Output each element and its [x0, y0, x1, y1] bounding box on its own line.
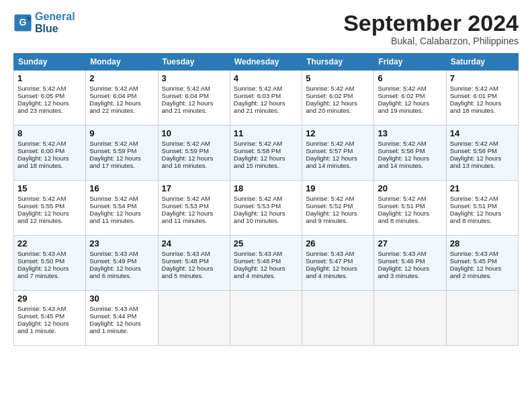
day-info: Sunrise: 5:42 AM — [162, 140, 226, 147]
day-number: 26 — [306, 238, 370, 248]
table-cell — [374, 291, 446, 346]
table-cell: 16Sunrise: 5:42 AMSunset: 5:54 PMDayligh… — [86, 181, 158, 236]
calendar-row: 1Sunrise: 5:42 AMSunset: 6:05 PMDaylight… — [14, 71, 519, 126]
day-info: Daylight: 12 hours — [89, 154, 154, 162]
day-info: Sunrise: 5:43 AM — [234, 250, 298, 257]
day-info: Daylight: 12 hours — [450, 265, 515, 272]
table-cell: 20Sunrise: 5:42 AMSunset: 5:51 PMDayligh… — [374, 181, 446, 236]
day-number: 6 — [378, 73, 442, 83]
day-info: Sunset: 5:51 PM — [378, 202, 442, 210]
day-info: and 11 minutes. — [162, 217, 226, 224]
day-number: 15 — [17, 183, 82, 193]
day-info: Sunrise: 5:43 AM — [17, 250, 82, 257]
table-cell: 24Sunrise: 5:43 AMSunset: 5:48 PMDayligh… — [158, 236, 230, 291]
calendar-row: 15Sunrise: 5:42 AMSunset: 5:55 PMDayligh… — [14, 181, 519, 236]
day-number: 19 — [306, 183, 370, 193]
page: G General Blue September 2024 Bukal, Cal… — [0, 0, 532, 411]
logo-icon: G — [13, 13, 32, 32]
table-cell: 5Sunrise: 5:42 AMSunset: 6:02 PMDaylight… — [302, 71, 374, 126]
logo-text: General Blue — [35, 11, 75, 34]
day-info: Sunset: 6:04 PM — [162, 92, 226, 99]
day-info: Daylight: 12 hours — [450, 154, 515, 162]
logo: G General Blue — [13, 11, 75, 34]
day-number: 8 — [17, 128, 82, 138]
day-info: Sunrise: 5:42 AM — [450, 140, 515, 147]
day-info: and 3 minutes. — [378, 272, 442, 279]
col-sunday: Sunday — [14, 54, 86, 71]
day-info: Sunset: 6:03 PM — [234, 92, 298, 99]
day-info: Daylight: 12 hours — [17, 154, 82, 162]
day-info: Daylight: 12 hours — [89, 99, 154, 107]
day-info: Daylight: 12 hours — [234, 99, 298, 107]
day-number: 2 — [89, 73, 154, 83]
day-info: Daylight: 12 hours — [17, 320, 82, 327]
day-info: Sunrise: 5:42 AM — [378, 85, 442, 92]
day-info: and 18 minutes. — [450, 107, 515, 114]
svg-text:G: G — [19, 17, 27, 28]
day-info: Sunrise: 5:42 AM — [306, 195, 370, 202]
day-info: and 1 minute. — [89, 327, 154, 334]
day-info: Sunset: 5:45 PM — [17, 312, 82, 320]
day-info: Sunrise: 5:43 AM — [306, 250, 370, 257]
table-cell: 26Sunrise: 5:43 AMSunset: 5:47 PMDayligh… — [302, 236, 374, 291]
table-cell: 29Sunrise: 5:43 AMSunset: 5:45 PMDayligh… — [14, 291, 86, 346]
day-info: Sunrise: 5:42 AM — [17, 140, 82, 147]
day-info: Sunset: 6:01 PM — [450, 92, 515, 99]
day-info: Daylight: 12 hours — [306, 265, 370, 272]
day-info: and 20 minutes. — [306, 107, 370, 114]
table-cell: 23Sunrise: 5:43 AMSunset: 5:49 PMDayligh… — [86, 236, 158, 291]
table-cell: 8Sunrise: 5:42 AMSunset: 6:00 PMDaylight… — [14, 126, 86, 181]
day-info: Sunset: 5:45 PM — [450, 257, 515, 265]
table-cell: 25Sunrise: 5:43 AMSunset: 5:48 PMDayligh… — [230, 236, 302, 291]
day-info: and 8 minutes. — [378, 217, 442, 224]
header-row: Sunday Monday Tuesday Wednesday Thursday… — [14, 54, 519, 71]
day-number: 5 — [306, 73, 370, 83]
day-number: 9 — [89, 128, 154, 138]
day-info: Sunset: 5:56 PM — [450, 147, 515, 154]
day-info: Daylight: 12 hours — [450, 210, 515, 217]
table-cell: 13Sunrise: 5:42 AMSunset: 5:56 PMDayligh… — [374, 126, 446, 181]
day-info: Sunset: 6:05 PM — [17, 92, 82, 99]
day-info: Sunrise: 5:42 AM — [234, 85, 298, 92]
day-info: and 21 minutes. — [162, 107, 226, 114]
day-info: Sunrise: 5:42 AM — [378, 195, 442, 202]
day-info: Sunset: 5:53 PM — [234, 202, 298, 210]
day-info: Sunset: 6:02 PM — [306, 92, 370, 99]
calendar-row: 8Sunrise: 5:42 AMSunset: 6:00 PMDaylight… — [14, 126, 519, 181]
day-info: and 21 minutes. — [234, 107, 298, 114]
table-cell — [158, 291, 230, 346]
day-info: Daylight: 12 hours — [378, 210, 442, 217]
table-cell — [446, 291, 518, 346]
day-info: and 4 minutes. — [306, 272, 370, 279]
day-info: Sunrise: 5:43 AM — [89, 250, 154, 257]
header: G General Blue September 2024 Bukal, Cal… — [13, 11, 519, 46]
day-info: Sunset: 5:55 PM — [17, 202, 82, 210]
day-number: 22 — [17, 238, 82, 248]
day-number: 24 — [162, 238, 226, 248]
day-number: 28 — [450, 238, 515, 248]
table-cell: 27Sunrise: 5:43 AMSunset: 5:46 PMDayligh… — [374, 236, 446, 291]
day-info: Sunset: 5:59 PM — [162, 147, 226, 154]
calendar-table: Sunday Monday Tuesday Wednesday Thursday… — [13, 53, 519, 346]
day-info: Sunset: 6:02 PM — [378, 92, 442, 99]
table-cell: 19Sunrise: 5:42 AMSunset: 5:52 PMDayligh… — [302, 181, 374, 236]
col-friday: Friday — [374, 54, 446, 71]
day-info: Daylight: 12 hours — [378, 265, 442, 272]
day-number: 17 — [162, 183, 226, 193]
col-thursday: Thursday — [302, 54, 374, 71]
col-tuesday: Tuesday — [158, 54, 230, 71]
day-info: Sunset: 5:57 PM — [306, 147, 370, 154]
table-cell: 9Sunrise: 5:42 AMSunset: 5:59 PMDaylight… — [86, 126, 158, 181]
table-cell: 6Sunrise: 5:42 AMSunset: 6:02 PMDaylight… — [374, 71, 446, 126]
day-info: and 19 minutes. — [378, 107, 442, 114]
day-info: and 11 minutes. — [89, 217, 154, 224]
day-info: and 10 minutes. — [234, 217, 298, 224]
day-info: Sunset: 5:53 PM — [162, 202, 226, 210]
table-cell: 28Sunrise: 5:43 AMSunset: 5:45 PMDayligh… — [446, 236, 518, 291]
day-number: 4 — [234, 73, 298, 83]
day-number: 27 — [378, 238, 442, 248]
day-info: Sunset: 5:52 PM — [306, 202, 370, 210]
day-number: 11 — [234, 128, 298, 138]
month-title: September 2024 — [343, 11, 519, 36]
day-info: Sunrise: 5:43 AM — [378, 250, 442, 257]
